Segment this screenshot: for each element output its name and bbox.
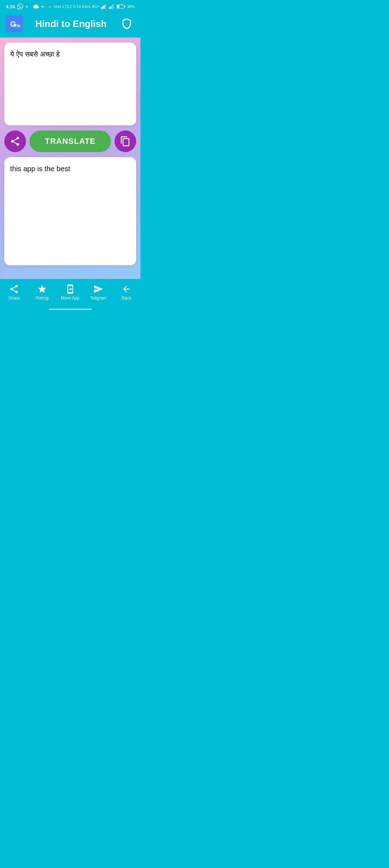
battery-percentage: 30% [127, 4, 135, 9]
nav-share-icon [9, 284, 19, 294]
share-icon [10, 136, 21, 147]
translate-row: TRANSLATE [4, 130, 136, 152]
signal2-icon [109, 4, 115, 9]
speed-indicator: 0.14 KB/s [73, 4, 90, 9]
home-bar [49, 309, 92, 310]
copy-button[interactable] [115, 130, 136, 152]
nav-item-telegram[interactable]: Teligram [84, 282, 112, 303]
svg-rect-5 [105, 4, 106, 9]
whatsapp-icon [17, 4, 23, 9]
signal-icon [101, 4, 107, 9]
nav-item-share[interactable]: Share [0, 282, 28, 303]
translate-button[interactable]: TRANSLATE [30, 130, 111, 152]
svg-rect-9 [113, 4, 114, 9]
battery-icon [117, 4, 125, 9]
svg-rect-4 [103, 5, 104, 9]
svg-text:m: m [41, 5, 44, 8]
nav-item-back[interactable]: Back [112, 282, 140, 303]
connectivity-indicator: 4G+ [92, 4, 99, 9]
nav-share-label: Share [8, 296, 20, 301]
m-icon: m [41, 4, 47, 9]
svg-rect-12 [124, 6, 125, 8]
google-translate-logo: G translate [6, 15, 23, 32]
status-bar: 4:24 S m • Vol1 LTE2 0.14 KB/s 4G+ [0, 0, 140, 12]
nav-back-icon [121, 284, 131, 294]
translate-button-label: TRANSLATE [45, 137, 96, 146]
nav-item-rating[interactable]: Rating [28, 282, 56, 303]
svg-text:translate: translate [14, 23, 20, 28]
nav-more-app-icon [65, 284, 75, 294]
copy-icon [120, 136, 131, 147]
share-button[interactable] [4, 130, 26, 152]
nav-rating-icon [37, 284, 47, 294]
nav-telegram-icon [93, 284, 103, 294]
bottom-navigation: Share Rating More App Teligram Back [0, 279, 140, 307]
nav-back-label: Back [122, 296, 131, 301]
svg-text:S: S [26, 5, 28, 8]
input-text: ये ऐप सबसे अच्छा हे [10, 50, 60, 58]
status-right: Vol1 LTE2 0.14 KB/s 4G+ 30% [54, 4, 135, 9]
svg-rect-7 [110, 6, 111, 9]
header-title: Hindi to English [23, 18, 119, 30]
svg-rect-3 [102, 6, 103, 9]
gt-logo-svg: G translate [9, 18, 20, 30]
output-text: this app is the best [10, 165, 70, 173]
output-divider [10, 265, 130, 265]
nav-more-app-label: More App [61, 296, 79, 301]
nav-rating-label: Rating [36, 296, 49, 301]
time-display: 4:24 [6, 4, 15, 9]
network-indicator: Vol1 LTE2 [54, 4, 72, 9]
svg-rect-2 [101, 7, 102, 9]
svg-rect-6 [109, 7, 110, 9]
notification-dot: • [49, 4, 51, 9]
nav-telegram-label: Teligram [90, 296, 106, 301]
s-icon: S [25, 4, 31, 9]
nav-item-more-app[interactable]: More App [56, 282, 84, 303]
input-divider [10, 125, 130, 125]
shield-icon [119, 16, 135, 32]
input-text-box[interactable]: ये ऐप सबसे अच्छा हे [4, 43, 136, 125]
svg-rect-11 [117, 5, 119, 8]
svg-rect-8 [111, 5, 112, 9]
cloud-icon [33, 4, 39, 9]
home-indicator [0, 307, 140, 313]
main-content: ये ऐप सबसे अच्छा हे TRANSLATE this app i… [0, 37, 140, 279]
status-time: 4:24 S m • [6, 4, 51, 9]
output-text-box: this app is the best [4, 157, 136, 265]
app-header: G translate Hindi to English [0, 12, 140, 37]
